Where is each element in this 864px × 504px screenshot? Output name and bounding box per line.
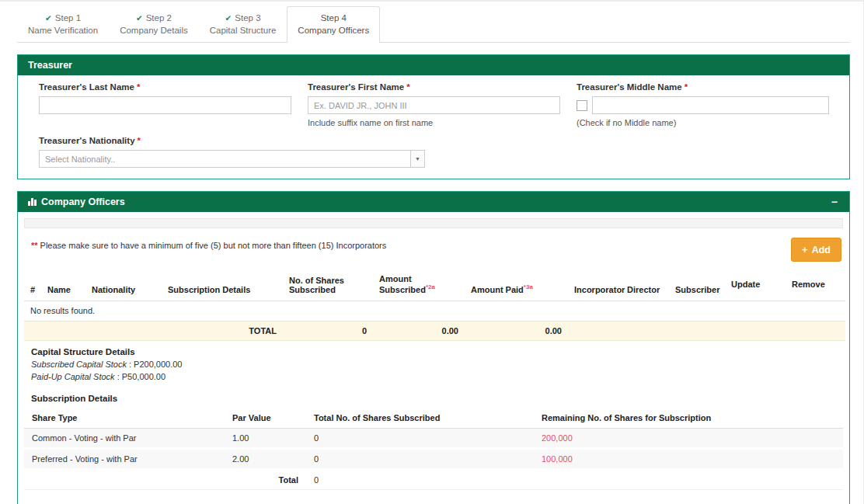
tab-step1-name-verification[interactable]: ✔Step 1 Name Verification <box>17 6 109 43</box>
first-name-label: Treasurer's First Name* <box>308 82 560 92</box>
subscription-total-label: Total <box>225 469 306 489</box>
plus-icon: + <box>802 244 808 255</box>
step-tabs: ✔Step 1 Name Verification ✔Step 2 Compan… <box>17 6 850 43</box>
tab-label: Capital Structure <box>210 24 277 36</box>
last-name-label: Treasurer's Last Name* <box>39 82 291 92</box>
middle-name-hint: (Check if no Middle name) <box>577 118 829 127</box>
share-row-common: Common - Voting - with Par 1.00 0 200,00… <box>24 428 843 448</box>
total-shares: 0 <box>306 448 534 469</box>
share-type: Common - Voting - with Par <box>24 428 225 448</box>
note-block: Note: 1. Total Amount Subscribed*2amust … <box>24 490 843 504</box>
col-update: Update <box>725 269 786 301</box>
tab-step: Step 1 <box>55 13 81 23</box>
paidup-capital-line: Paid-Up Capital Stock : P50,000.00 <box>31 372 836 381</box>
subscribed-capital-line: Subscribed Capital Stock : P200,000.00 <box>31 360 836 369</box>
officers-toolbar: **Please make sure to have a minimum of … <box>24 228 843 269</box>
company-officers-panel-header: Company Officers − <box>18 192 849 212</box>
officers-total-row: TOTAL 0 0.00 0.00 <box>24 321 845 340</box>
tab-step2-company-details[interactable]: ✔Step 2 Company Details <box>109 6 199 43</box>
tab-label: Company Officers <box>298 24 369 36</box>
col-remove: Remove <box>786 269 845 301</box>
col-shares-subscribed: No. of Shares Subscribed <box>283 269 373 301</box>
subscription-details-title: Subscription Details <box>31 394 836 403</box>
nationality-selected-value: Select Nationality.. <box>40 155 410 164</box>
sup-2a: *2a <box>426 283 435 290</box>
tab-step4-company-officers[interactable]: Step 4 Company Officers <box>287 6 380 43</box>
col-nationality: Nationality <box>85 269 162 301</box>
no-middle-name-checkbox[interactable] <box>577 100 587 111</box>
par-value: 1.00 <box>225 428 306 448</box>
total-amount-subscribed: 0.00 <box>373 321 465 340</box>
treasurer-panel: Treasurer Treasurer's Last Name* Treasur… <box>17 54 850 179</box>
tab-label: Name Verification <box>28 24 98 36</box>
total-amount-paid: 0.00 <box>465 321 568 340</box>
capital-structure-details: Capital Structure Details Subscribed Cap… <box>24 341 843 403</box>
treasurer-title: Treasurer <box>28 60 839 71</box>
check-icon: ✔ <box>136 13 143 23</box>
collapse-minus-icon[interactable]: − <box>830 197 839 207</box>
tab-step3-capital-structure[interactable]: ✔Step 3 Capital Structure <box>199 6 287 43</box>
col-name: Name <box>41 269 85 301</box>
first-name-hint: Include suffix name on first name <box>308 118 560 127</box>
subscription-total-value: 0 <box>306 469 534 489</box>
total-label: TOTAL <box>24 321 283 340</box>
treasurer-form: Treasurer's Last Name* Treasurer's First… <box>18 75 849 179</box>
no-results-text: No results found. <box>24 301 845 321</box>
company-officers-body: **Please make sure to have a minimum of … <box>18 212 849 504</box>
incorporators-notice: **Please make sure to have a minimum of … <box>31 238 386 250</box>
col-par-value: Par Value <box>225 409 306 429</box>
treasurer-first-name-input[interactable] <box>308 96 560 114</box>
no-results-row: No results found. <box>24 301 845 321</box>
treasurer-last-name-input[interactable] <box>39 96 291 114</box>
total-shares: 0 <box>306 428 534 448</box>
company-officers-panel: Company Officers − **Please make sure to… <box>17 191 850 504</box>
tab-label: Company Details <box>120 24 188 36</box>
add-officer-button[interactable]: +Add <box>791 238 841 262</box>
tab-step: Step 2 <box>146 13 172 23</box>
treasurer-panel-header: Treasurer <box>18 55 849 75</box>
col-share-type: Share Type <box>24 409 225 429</box>
col-subscription-details: Subscription Details <box>162 269 283 301</box>
subscription-header-row: Share Type Par Value Total No. of Shares… <box>24 409 843 429</box>
required-mark: * <box>137 82 140 92</box>
capital-structure-title: Capital Structure Details <box>31 347 836 356</box>
check-icon: ✔ <box>45 13 52 23</box>
par-value: 2.00 <box>225 448 306 469</box>
officers-table: # Name Nationality Subscription Details … <box>24 269 845 341</box>
subscription-table: Share Type Par Value Total No. of Shares… <box>24 409 843 490</box>
required-mark: * <box>685 82 688 92</box>
paidup-capital-value: P50,000.00 <box>122 372 165 381</box>
check-icon: ✔ <box>225 13 232 23</box>
col-remaining-shares: Remaining No. of Shares for Subscription <box>534 409 843 429</box>
required-mark: * <box>406 82 409 92</box>
remaining-shares: 100,000 <box>534 448 843 469</box>
company-officers-title: Company Officers <box>41 196 830 207</box>
nationality-label: Treasurer's Nationality* <box>39 136 829 145</box>
inner-panel-heading-strip <box>24 218 843 228</box>
required-mark: * <box>138 136 141 145</box>
sup-3a: *3a <box>524 283 533 290</box>
total-shares: 0 <box>283 321 373 340</box>
subscribed-capital-value: P200,000.00 <box>134 360 182 369</box>
page: ✔Step 1 Name Verification ✔Step 2 Compan… <box>0 0 864 504</box>
treasurer-middle-name-input[interactable] <box>592 96 829 114</box>
col-subscriber: Subscriber <box>669 269 725 301</box>
col-director: Director <box>621 269 669 301</box>
tab-step: Step 3 <box>235 13 260 23</box>
notice-stars: ** <box>31 241 38 250</box>
nationality-select[interactable]: Select Nationality.. ▼ <box>39 150 425 168</box>
bar-chart-icon <box>28 198 37 206</box>
col-amount-paid: Amount Paid*3a <box>465 269 568 301</box>
col-number: # <box>24 269 41 301</box>
share-row-preferred: Preferred - Voting - with Par 2.00 0 100… <box>24 448 843 469</box>
col-incorporator: Incorporator <box>568 269 621 301</box>
chevron-down-icon[interactable]: ▼ <box>410 151 424 167</box>
col-total-shares-subscribed: Total No. of Shares Subscribed <box>306 409 534 429</box>
share-type: Preferred - Voting - with Par <box>24 448 225 469</box>
remaining-shares: 200,000 <box>534 428 843 448</box>
tab-step: Step 4 <box>298 12 369 24</box>
col-amount-subscribed: Amount Subscribed*2a <box>373 269 465 301</box>
middle-name-label: Treasurer's Middle Name* <box>577 82 829 92</box>
subscription-total-row: Total 0 <box>24 469 843 489</box>
officers-table-header-row: # Name Nationality Subscription Details … <box>24 269 845 301</box>
